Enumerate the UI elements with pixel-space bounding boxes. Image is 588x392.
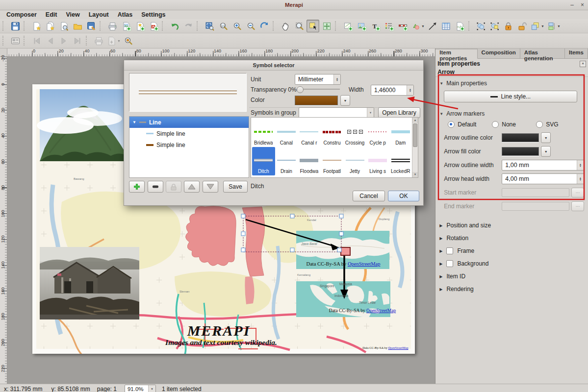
menu-layout[interactable]: Layout [84,11,113,18]
checkbox-icon[interactable] [446,247,453,254]
export-pdf-icon[interactable] [147,20,160,32]
symbol-footpatl[interactable]: Footpatl [321,147,344,175]
color-dropdown-icon[interactable]: ▼ [541,146,551,157]
spinner-arrows-icon[interactable]: ▲▼ [333,74,340,84]
save-as-icon[interactable] [85,20,98,32]
group-items-icon[interactable] [475,20,487,32]
atlas-export-icon[interactable]: ▼ [106,34,121,47]
align-items-icon[interactable]: ▼ [546,20,561,32]
spinner-arrows-icon[interactable]: ▲▼ [577,174,584,184]
raise-items-icon[interactable]: ▼ [530,20,545,32]
tab-composition[interactable]: Composition [478,49,520,58]
unlock-items-icon[interactable] [516,20,529,32]
section-frame[interactable]: ▶Frame [435,245,588,256]
tree-item-simple-line[interactable]: Simple line [129,128,249,139]
symbol-canal[interactable]: Canal [275,119,298,147]
add-html-icon[interactable]: </> [454,20,466,32]
menu-atlas[interactable]: Atlas [113,11,137,18]
save-symbol-button[interactable]: Save [223,181,248,193]
scroll-thumb[interactable] [413,123,417,147]
collapse-arrow-icon[interactable]: ▼ [132,120,136,124]
unit-combo[interactable]: Millimeter ▲▼ [295,74,341,85]
tree-item-simple-line[interactable]: Simple line [129,139,249,150]
browse-button[interactable]: ... [571,188,584,197]
spin-field[interactable]: 4,00 mm▲▼ [502,173,584,184]
atlas-first-icon[interactable] [30,34,43,47]
zoom-region-icon[interactable] [293,20,306,32]
color-dropdown-icon[interactable]: ▼ [340,95,350,106]
add-image-icon[interactable] [355,20,368,32]
menu-settings[interactable]: Settings [137,11,170,18]
symbol-dam[interactable]: Dam [389,119,412,147]
section-rotation[interactable]: ▶Rotation [435,233,588,244]
atlas-last-icon[interactable] [71,34,84,47]
pan-icon[interactable] [279,20,292,32]
symbol-cycle-p[interactable]: Cycle p [366,119,389,147]
color-well[interactable] [502,133,539,142]
chevron-down-icon[interactable]: ▼ [148,385,155,392]
move-up-button[interactable] [184,181,200,193]
tab-items[interactable]: Items [565,49,588,58]
symbol-canal-r[interactable]: Canal r [298,119,321,147]
section-item-id[interactable]: ▶Item ID [435,271,588,282]
width-spinbox[interactable]: 1,46000 ▲▼ [371,85,414,96]
color-well[interactable] [502,147,539,156]
symbol-bridlewa[interactable]: Bridlewa [252,119,275,147]
atlas-print-icon[interactable] [92,34,105,47]
browse-button[interactable]: ... [571,201,584,211]
add-arrow-icon[interactable] [426,20,439,32]
move-down-button[interactable] [203,181,218,193]
checkbox-icon[interactable] [446,260,453,267]
atlas-prev-icon[interactable] [44,34,56,47]
zoom-in-icon[interactable] [230,20,243,32]
menu-view[interactable]: View [61,11,84,18]
add-map-icon[interactable] [341,20,354,32]
open-composition-icon[interactable] [71,20,84,32]
symbol-living-s[interactable]: Living s [366,147,389,175]
menu-edit[interactable]: Edit [41,11,62,18]
zoom-level-combo[interactable]: 91.0% ▼ [125,385,156,392]
section-rendering[interactable]: ▶Rendering [435,284,588,294]
color-dropdown-icon[interactable]: ▼ [541,132,551,143]
atlas-preview-icon[interactable] [9,34,22,47]
radio-svg[interactable]: SVG [536,121,580,128]
spin-field[interactable]: 1,00 mm▲▼ [502,160,584,171]
symbol-crossing[interactable]: Crossing [343,119,366,147]
move-item-content-icon[interactable] [320,20,333,32]
export-image-icon[interactable] [120,20,132,32]
lock-button[interactable] [166,181,181,193]
add-attribute-table-icon[interactable] [440,20,453,32]
zoom-one-to-one-icon[interactable]: 1:1 [217,20,230,32]
add-scalebar-icon[interactable] [396,20,409,32]
radio-default[interactable]: Default [448,121,492,128]
undo-icon[interactable] [168,20,181,32]
symbol-ditch[interactable]: Ditch [252,147,275,175]
color-swatch[interactable] [295,96,338,105]
close-button[interactable]: × [581,0,584,10]
symbol-constru[interactable]: Constru [321,119,344,147]
add-label-icon[interactable]: T [369,20,382,32]
symbol-drain[interactable]: Drain [275,147,298,175]
spinner-arrows-icon[interactable]: ▲▼ [407,85,413,95]
line-style-button[interactable]: Line style... [444,91,577,102]
print-icon[interactable] [106,20,119,32]
save-icon[interactable] [9,20,22,32]
spinner-arrows-icon[interactable]: ▲▼ [577,160,584,170]
slider-knob[interactable] [297,86,304,93]
tab-atlas-generation[interactable]: Atlas generation [520,49,565,58]
section-position-and-size[interactable]: ▶Position and size [435,220,588,231]
ok-button[interactable]: OK [388,191,419,201]
add-legend-icon[interactable] [383,20,395,32]
duplicate-composition-icon[interactable] [44,20,56,32]
section-main-properties[interactable]: ▼ Main properties [435,77,588,89]
add-shape-icon[interactable]: ▼ [410,20,425,32]
select-move-item-icon[interactable] [307,20,319,32]
section-arrow-markers[interactable]: ▼ Arrow markers [435,107,588,119]
new-composition-icon[interactable] [30,20,43,32]
export-svg-icon[interactable] [133,20,146,32]
open-library-button[interactable]: Open Library [378,107,420,118]
section-background[interactable]: ▶Background [435,258,588,269]
ungroup-items-icon[interactable] [488,20,501,32]
symbol-lockedr[interactable]: LockedR [389,147,412,175]
add-symbol-button[interactable] [129,181,145,193]
